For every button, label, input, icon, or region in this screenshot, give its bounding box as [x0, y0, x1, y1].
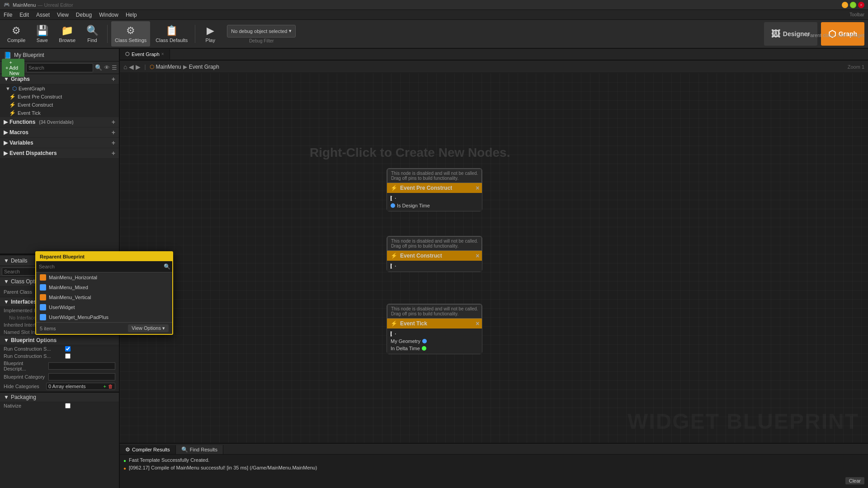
breadcrumb-forward-button[interactable]: ▶ — [136, 63, 141, 70]
graph-item-eventgraph[interactable]: ▼ ⬡ EventGraph — [0, 84, 119, 93]
find-button[interactable]: 🔍 Find — [81, 21, 104, 47]
reparent-item-mainmenu-horizontal[interactable]: MainMenu_Horizontal — [36, 272, 172, 282]
minimize-button[interactable]: − — [842, 2, 848, 8]
play-icon: ▶ — [207, 25, 214, 37]
reparent-search-input[interactable] — [38, 263, 164, 270]
breadcrumb-event-graph[interactable]: Event Graph — [189, 64, 219, 70]
search-icon[interactable]: 🔍 — [95, 64, 102, 71]
blueprint-description-input[interactable] — [48, 362, 115, 370]
reparent-count: 5 items — [40, 326, 56, 331]
compile-label: Compile — [7, 38, 25, 43]
play-button[interactable]: ▶ Play — [199, 21, 222, 47]
nativize-checkbox[interactable] — [65, 403, 71, 408]
class-settings-button[interactable]: ⚙ Class Settings — [111, 21, 150, 47]
menu-file[interactable]: File — [4, 12, 12, 18]
window-controls[interactable]: − □ × — [842, 2, 864, 8]
designer-icon: 🖼 — [771, 29, 780, 39]
graph-canvas[interactable]: Right-Click to Create New Nodes. This no… — [120, 73, 868, 443]
breadcrumb-back-button[interactable]: ◀ — [129, 63, 134, 70]
find-results-tab[interactable]: 🔍 Find Results — [176, 445, 223, 454]
add-new-button[interactable]: + + Add New — [2, 59, 24, 77]
save-label: Save — [37, 38, 48, 43]
in-delta-time-pin[interactable] — [422, 346, 426, 351]
macros-add-button[interactable]: + — [112, 129, 115, 136]
menu-debug[interactable]: Debug — [76, 12, 92, 18]
view-options-button[interactable]: View Options ▾ — [128, 324, 169, 332]
remove-hide-category-button[interactable]: 🗑 — [108, 384, 113, 389]
browse-icon: 📁 — [61, 25, 73, 37]
node-pre-construct-close[interactable]: × — [476, 184, 479, 192]
maximize-button[interactable]: □ — [850, 2, 856, 8]
toolbar-label: Toolbar — [849, 12, 864, 17]
reparent-item-mainmenu-mixed[interactable]: MainMenu_Mixed — [36, 282, 172, 292]
my-geometry-pin[interactable] — [422, 339, 427, 343]
event-pre-construct-node-icon: ⚡ — [391, 185, 397, 191]
tick-exec-pin[interactable] — [391, 331, 396, 337]
pin-exec-out — [391, 195, 478, 202]
compiler-results-panel: ● Fast Template Successfully Created. ● … — [120, 455, 868, 488]
variables-add-button[interactable]: + — [112, 139, 115, 146]
node-construct-warning: This node is disabled and will not be ca… — [387, 236, 482, 251]
functions-section-header[interactable]: ▶ Functions (34 Overridable) + — [0, 117, 119, 127]
view-options-icon[interactable]: 👁 — [104, 64, 110, 71]
graphs-section-header[interactable]: ▼ Graphs + — [0, 74, 119, 84]
menu-asset[interactable]: Asset — [36, 12, 50, 18]
compiler-line-2-text: [0962.17] Compile of MainMenu successful… — [129, 465, 317, 470]
reparent-item-mainmenu-vertical[interactable]: MainMenu_Vertical — [36, 292, 172, 302]
find-results-label: Find Results — [190, 447, 217, 452]
run-construction-1-checkbox[interactable] — [65, 346, 71, 352]
is-design-time-pin[interactable] — [391, 203, 395, 208]
node-tick-close[interactable]: × — [476, 320, 479, 327]
node-pre-construct-body: Is Design Time — [387, 193, 482, 211]
compiler-results-tab[interactable]: ⚙ Compiler Results — [120, 445, 176, 454]
breadcrumb-arrow: ▶ — [183, 64, 187, 70]
clear-button[interactable]: Clear — [845, 477, 864, 484]
graph-item-event-construct[interactable]: ⚡ Event Construct — [0, 101, 119, 109]
blueprint-category-input[interactable] — [48, 373, 115, 380]
packaging-header[interactable]: ▼ Packaging — [0, 392, 119, 402]
close-button[interactable]: × — [858, 2, 864, 8]
run-construction-2-checkbox[interactable] — [65, 353, 71, 359]
blueprint-search-input[interactable] — [26, 63, 93, 72]
browse-button[interactable]: 📁 Browse — [55, 21, 79, 47]
toolbar-separator-2 — [195, 25, 195, 43]
mainmenu-vertical-icon — [40, 294, 46, 300]
exec-out-pin[interactable] — [391, 196, 396, 201]
event-graph-tab[interactable]: ⬡ Event Graph × — [120, 49, 170, 60]
breadcrumb-mainmenu[interactable]: MainMenu — [156, 64, 181, 70]
compile-button[interactable]: ⚙ Compile — [4, 21, 29, 47]
tick-exec-out — [391, 330, 478, 338]
menu-view[interactable]: View — [57, 12, 69, 18]
pin-my-geometry: My Geometry — [391, 338, 478, 345]
breadcrumb-home-button[interactable]: ⌂ — [123, 63, 127, 70]
event-dispatchers-section-header[interactable]: ▶ Event Dispatchers + — [0, 148, 119, 159]
macros-section-header[interactable]: ▶ Macros + — [0, 127, 119, 138]
variables-section-header[interactable]: ▶ Variables + — [0, 138, 119, 148]
event-graph-tab-close[interactable]: × — [161, 52, 164, 56]
breadcrumb: ⌂ ◀ ▶ | ⬡ MainMenu ▶ Event Graph Zoom 1 — [120, 61, 868, 73]
graph-item-event-pre-construct[interactable]: ⚡ Event Pre Construct — [0, 93, 119, 101]
find-label: Find — [87, 38, 97, 43]
graph-item-event-tick[interactable]: ⚡ Event Tick — [0, 109, 119, 117]
node-construct-close[interactable]: × — [476, 252, 479, 259]
functions-add-button[interactable]: + — [112, 118, 115, 126]
hide-categories-value-text: 0 Array elements — [48, 384, 86, 389]
debug-dropdown[interactable]: No debug object selected ▾ — [227, 25, 296, 38]
menu-edit[interactable]: Edit — [19, 12, 29, 18]
construct-exec-pin[interactable] — [391, 263, 396, 269]
reparent-item-userwidget[interactable]: UserWidget — [36, 302, 172, 312]
filter-icon[interactable]: ☰ — [112, 64, 117, 71]
blueprint-options-header[interactable]: ▼ Blueprint Options — [0, 336, 119, 345]
event-dispatchers-add-button[interactable]: + — [112, 150, 115, 157]
reparent-item-userwidget-menupadplus[interactable]: UserWidget_MenuPadPlus — [36, 312, 172, 322]
graphs-add-button[interactable]: + — [112, 75, 115, 83]
hide-categories-row: Hide Categories 0 Array elements + 🗑 — [0, 381, 119, 392]
class-defaults-button[interactable]: 📋 Class Defaults — [152, 21, 191, 47]
details-title: Details — [11, 258, 28, 264]
menu-help[interactable]: Help — [126, 12, 137, 18]
class-settings-icon: ⚙ — [126, 25, 135, 37]
menu-window[interactable]: Window — [99, 12, 118, 18]
add-hide-category-button[interactable]: + — [104, 384, 106, 389]
save-button[interactable]: 💾 Save — [31, 21, 53, 47]
compiler-tabs: ⚙ Compiler Results 🔍 Find Results — [120, 444, 868, 455]
